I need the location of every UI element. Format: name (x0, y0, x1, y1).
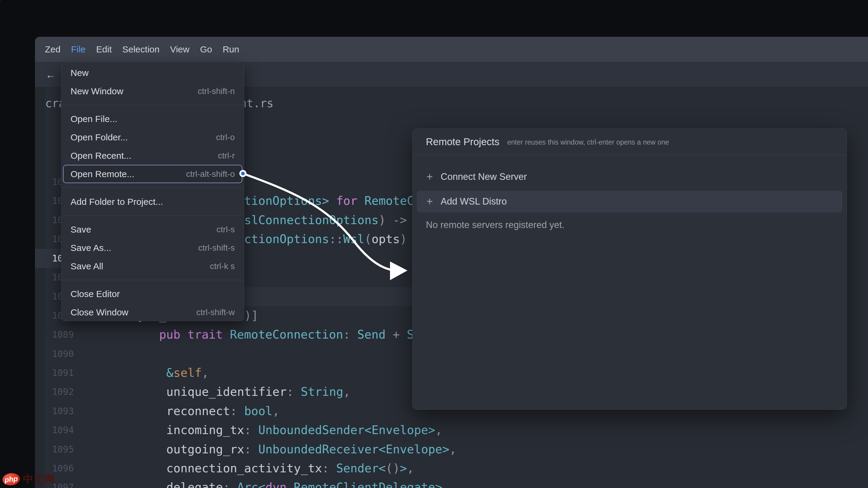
plus-icon: + (427, 170, 433, 183)
menu-item-close-editor[interactable]: Close Editor (61, 285, 244, 303)
menu-item-shortcut: ctrl-k s (210, 261, 235, 271)
menu-item-label: New (70, 68, 235, 78)
code-line[interactable]: delegate: Arc<dyn RemoteClientDelegate>, (110, 478, 450, 488)
menubar-item-view[interactable]: View (170, 44, 189, 55)
navigate-back-icon[interactable]: ← (44, 68, 57, 81)
menubar-item-zed[interactable]: Zed (45, 44, 61, 55)
menu-item-add-folder-to-project[interactable]: Add Folder to Project... (61, 193, 244, 211)
desktop-stars (0, 0, 1, 1)
menu-item-open-remote[interactable]: Open Remote...ctrl-alt-shift-o (63, 165, 242, 183)
desktop: ZedFileEditSelectionViewGoRun ← crates/r… (0, 0, 868, 488)
modal-action-label: Add WSL Distro (441, 196, 507, 207)
modal-hint: enter reuses this window, ctrl-enter ope… (507, 137, 669, 147)
code-line[interactable]: connection_activity_tx: Sender<()>, (110, 459, 414, 478)
modal-action-label: Connect New Server (441, 171, 527, 182)
menu-item-label: Close Window (70, 307, 196, 318)
menubar-item-file[interactable]: File (71, 44, 86, 55)
menu-item-label: Open Folder... (70, 132, 216, 142)
line-number: 1094 (45, 421, 74, 440)
menubar-item-run[interactable]: Run (223, 44, 239, 55)
line-number: 1092 (45, 382, 74, 401)
menu-item-label: Add Folder to Project... (70, 197, 235, 207)
code-line[interactable]: outgoing_rx: UnboundedReceiver<Envelope>… (110, 440, 457, 459)
watermark: php 中文网 (2, 472, 56, 486)
menu-item-save-as[interactable]: Save As...ctrl-shift-s (61, 238, 244, 257)
menu-item-new[interactable]: New (61, 64, 244, 82)
menu-item-label: Open Remote... (70, 169, 186, 179)
menu-item-shortcut: ctrl-shift-w (196, 307, 235, 317)
menu-item-shortcut: ctrl-s (216, 225, 235, 234)
line-number: 1089 (45, 325, 74, 344)
menu-item-open-file[interactable]: Open File... (61, 110, 244, 128)
modal-body: +Connect New Server+Add WSL DistroNo rem… (412, 155, 846, 230)
menu-item-save[interactable]: Savectrl-s (61, 220, 244, 238)
line-number: 1095 (45, 440, 74, 459)
menubar-item-selection[interactable]: Selection (122, 44, 159, 55)
watermark-text: 中文网 (23, 472, 56, 486)
menu-separator (62, 105, 243, 105)
menu-item-label: Save As... (70, 243, 198, 253)
file-menu-dropdown: NewNew Windowctrl-shift-nOpen File...Ope… (61, 62, 244, 321)
modal-action-add-wsl-distro[interactable]: +Add WSL Distro (417, 191, 842, 213)
remote-projects-modal: Remote Projects enter reuses this window… (412, 128, 847, 410)
plus-icon: + (427, 195, 433, 208)
menu-item-shortcut: ctrl-r (218, 151, 235, 161)
menu-item-label: Open File... (70, 114, 235, 124)
line-number: 1091 (45, 363, 74, 382)
menu-bar: ZedFileEditSelectionViewGoRun (35, 37, 868, 62)
code-line[interactable]: reconnect: bool, (110, 401, 280, 421)
menu-separator (62, 188, 243, 188)
gutter-strip (35, 87, 44, 488)
menu-item-label: Save All (70, 261, 210, 271)
menu-item-shortcut: ctrl-shift-n (198, 87, 235, 96)
menu-item-label: Open Recent... (70, 151, 218, 161)
line-number: 1090 (45, 344, 74, 363)
zed-window: ZedFileEditSelectionViewGoRun ← crates/r… (35, 37, 868, 488)
code-line[interactable]: unique_identifier: String, (110, 382, 350, 401)
menu-item-close-window[interactable]: Close Windowctrl-shift-w (61, 303, 244, 321)
menu-item-shortcut: ctrl-alt-shift-o (186, 169, 235, 179)
menu-separator (62, 280, 243, 280)
menu-item-open-recent[interactable]: Open Recent...ctrl-r (61, 147, 244, 165)
line-number: 1093 (45, 401, 74, 421)
menubar-item-go[interactable]: Go (200, 44, 212, 55)
php-logo-icon: php (2, 472, 21, 486)
modal-empty-state-text: No remote servers registered yet. (426, 220, 833, 230)
menu-item-open-folder[interactable]: Open Folder...ctrl-o (61, 128, 244, 147)
code-line[interactable]: pub trait RemoteConnection: Send + Sync … (159, 325, 450, 344)
code-line[interactable]: &self, (110, 363, 209, 382)
code-line[interactable]: incoming_tx: UnboundedSender<Envelope>, (110, 421, 442, 440)
menu-item-shortcut: ctrl-o (216, 133, 235, 142)
selected-row-highlight (244, 287, 413, 306)
modal-title: Remote Projects (426, 136, 499, 148)
menu-item-label: Save (70, 224, 216, 235)
menu-item-label: New Window (70, 86, 198, 96)
modal-action-connect-new-server[interactable]: +Connect New Server (417, 166, 842, 188)
menu-item-save-all[interactable]: Save Allctrl-k s (61, 257, 244, 275)
menu-item-shortcut: ctrl-shift-s (198, 243, 235, 253)
menu-item-new-window[interactable]: New Windowctrl-shift-n (61, 82, 244, 100)
menu-item-label: Close Editor (70, 289, 235, 299)
modal-header: Remote Projects enter reuses this window… (412, 129, 846, 155)
menubar-item-edit[interactable]: Edit (96, 44, 112, 55)
